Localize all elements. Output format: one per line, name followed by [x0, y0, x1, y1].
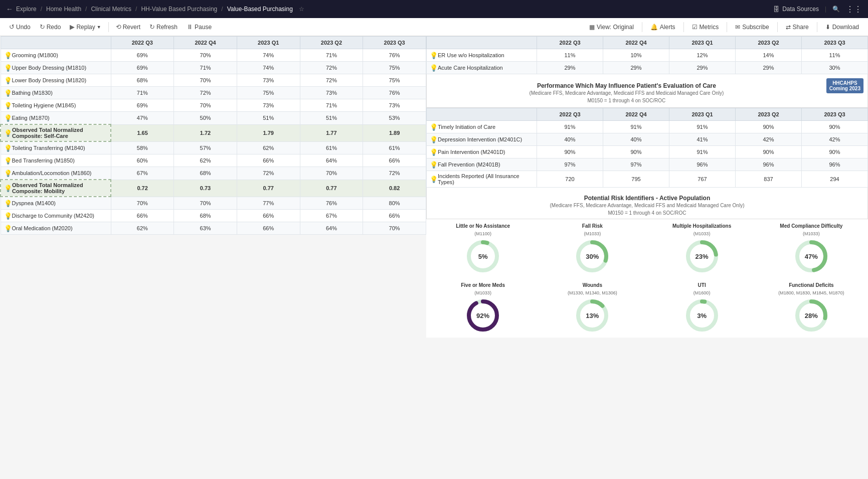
- data-cell: 0.77: [300, 180, 363, 197]
- revert-button[interactable]: ⟲ Revert: [112, 22, 144, 32]
- metrics-label: Metrics: [700, 24, 719, 31]
- pause-button[interactable]: ⏸ Pause: [183, 22, 216, 32]
- right-top-table: 2022 Q3 2022 Q4 2023 Q1 2023 Q2 2023 Q3 …: [426, 36, 868, 74]
- share-button[interactable]: ⇄ Share: [782, 22, 813, 32]
- donut-sublabel: (M1033): [803, 231, 820, 236]
- data-cell: 96%: [802, 158, 868, 171]
- col-header-2023q1: 2023 Q1: [237, 37, 300, 49]
- data-cell: 70%: [363, 222, 426, 235]
- donut-label: Wounds: [583, 282, 602, 288]
- data-cell: 71%: [111, 87, 174, 99]
- replay-dropdown-icon[interactable]: ▼: [97, 25, 101, 30]
- data-cell: 0.82: [363, 180, 426, 197]
- lightbulb-icon: 💡: [4, 64, 12, 72]
- data-cell: 0.73: [174, 180, 237, 197]
- donut-label: UTI: [698, 282, 706, 288]
- download-label: Download: [832, 24, 859, 31]
- data-cell: 66%: [237, 154, 300, 167]
- data-cell: 60%: [111, 154, 174, 167]
- more-menu-icon[interactable]: ⋮⋮: [846, 5, 862, 14]
- data-cell: 70%: [174, 99, 237, 112]
- data-cell: 74%: [237, 62, 300, 74]
- search-icon[interactable]: 🔍: [832, 6, 840, 13]
- data-cell: 90%: [802, 121, 868, 133]
- revert-label: Revert: [123, 24, 140, 31]
- favorite-star-icon[interactable]: ☆: [299, 6, 304, 13]
- lightbulb-icon: 💡: [430, 51, 438, 59]
- data-cell: 69%: [111, 49, 174, 62]
- revert-icon: ⟲: [116, 23, 121, 31]
- data-cell: 47%: [111, 112, 174, 125]
- replay-icon: ▶: [70, 23, 75, 31]
- donut-wrapper: 23%: [684, 238, 720, 274]
- data-cell: 90%: [537, 146, 603, 158]
- data-cell: 71%: [300, 99, 363, 112]
- refresh-icon: ↻: [149, 23, 155, 31]
- refresh-button[interactable]: ↻ Refresh: [145, 22, 182, 32]
- metrics-button[interactable]: ☑ Metrics: [688, 22, 723, 32]
- undo-button[interactable]: ↺ Undo: [5, 22, 35, 32]
- donut-label: Functional Deficits: [789, 282, 833, 288]
- view-original-button[interactable]: ▦ View: Original: [585, 22, 638, 32]
- data-cell: 72%: [300, 74, 363, 87]
- data-cell: 91%: [537, 121, 603, 133]
- lightbulb-icon: 💡: [430, 175, 438, 183]
- data-cell: 767: [669, 171, 736, 188]
- pause-icon: ⏸: [187, 23, 193, 31]
- data-cell: 40%: [603, 133, 669, 146]
- donut-label: Med Compliance Difficulty: [780, 223, 842, 229]
- donut-value: 13%: [586, 312, 599, 320]
- data-cell: 0.72: [111, 180, 174, 197]
- breadcrumb-home-health[interactable]: Home Health: [46, 6, 81, 13]
- data-cell: 96%: [736, 158, 802, 171]
- alerts-button[interactable]: 🔔 Alerts: [646, 22, 679, 32]
- replay-button[interactable]: ▶ Replay ▼: [66, 22, 105, 32]
- perf-section-subtitle: (Medicare FFS, Medicare Advantage, Medic…: [431, 90, 822, 98]
- lightbulb-icon: 💡: [4, 51, 12, 59]
- donut-label: Five or More Meds: [461, 282, 505, 288]
- breadcrumb-hh-vbp[interactable]: HH-Value Based Purchasing: [141, 6, 217, 13]
- redo-button[interactable]: ↻ Redo: [36, 22, 65, 32]
- data-cell: 30%: [802, 62, 868, 74]
- redo-label: Redo: [47, 24, 61, 31]
- data-cell: 64%: [300, 154, 363, 167]
- breadcrumb-explore[interactable]: Explore: [16, 6, 37, 13]
- data-cell: 90%: [736, 146, 802, 158]
- perf-section-title: Performance Which May Influence Patient'…: [431, 78, 822, 90]
- lightbulb-icon: 💡: [4, 101, 12, 109]
- data-cell: 75%: [363, 74, 426, 87]
- data-sources-button[interactable]: 🗄 Data Sources: [773, 6, 819, 13]
- donut-chart-item: Wounds(M1330, M1340, M1306)13%: [540, 282, 645, 334]
- left-panel: 2022 Q3 2022 Q4 2023 Q1 2023 Q2 2023 Q3 …: [0, 36, 426, 479]
- data-cell: 51%: [237, 112, 300, 125]
- data-cell: 69%: [111, 62, 174, 74]
- risk-section-subtitle: (Medicare FFS, Medicare Advantage, Medic…: [431, 203, 863, 210]
- data-cell: 0.77: [237, 180, 300, 197]
- subscribe-label: Subscribe: [742, 24, 769, 31]
- row-label: Incidents Reported (All Insurance Types): [438, 173, 534, 185]
- lightbulb-icon: 💡: [4, 129, 12, 137]
- data-cell: 53%: [363, 112, 426, 125]
- data-cell: 294: [802, 171, 868, 188]
- left-data-table: 2022 Q3 2022 Q4 2023 Q1 2023 Q2 2023 Q3 …: [0, 36, 426, 235]
- lightbulb-icon: 💡: [4, 156, 12, 165]
- lightbulb-icon: 💡: [430, 148, 438, 156]
- data-cell: 70%: [174, 74, 237, 87]
- data-cell: 90%: [603, 146, 669, 158]
- row-label: Ambulation/Locomotion (M1860): [12, 170, 92, 176]
- data-cell: 1.89: [363, 124, 426, 141]
- data-cell: 97%: [537, 158, 603, 171]
- donut-sublabel: (M1800, M1830, M1845, M1870): [778, 290, 844, 295]
- data-cell: 1.72: [174, 124, 237, 141]
- row-label: Timely Initiation of Care: [438, 124, 495, 130]
- data-cell: 72%: [174, 87, 237, 99]
- right-col-2022q3: 2022 Q3: [537, 37, 603, 49]
- breadcrumb-clinical-metrics[interactable]: Clinical Metrics: [91, 6, 131, 13]
- back-button[interactable]: ←: [6, 5, 13, 13]
- row-label: Bathing (M1830): [12, 90, 53, 96]
- data-cell: 96%: [669, 158, 736, 171]
- donut-sublabel: (M1033): [584, 231, 601, 236]
- subscribe-icon: ✉: [735, 24, 740, 31]
- download-button[interactable]: ⬇ Download: [821, 22, 863, 32]
- subscribe-button[interactable]: ✉ Subscribe: [731, 22, 773, 32]
